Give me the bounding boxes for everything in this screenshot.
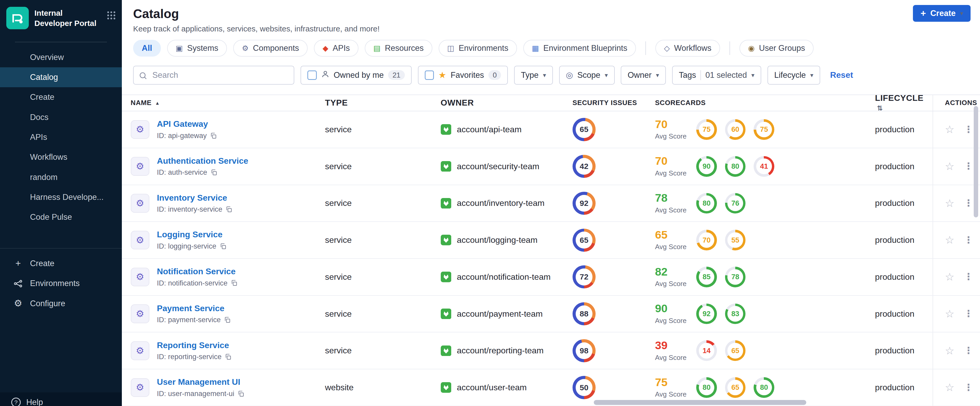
favorite-star-icon[interactable]: ☆ (945, 346, 955, 356)
scorecard-ring[interactable]: 85 (696, 266, 717, 287)
favorite-star-icon[interactable]: ☆ (945, 382, 955, 393)
search-input[interactable] (133, 66, 294, 85)
tab-components[interactable]: ⚙ Components (233, 40, 308, 57)
type-filter-dropdown[interactable]: Type ▾ (514, 66, 553, 85)
tab-apis[interactable]: ◆ APIs (314, 40, 358, 57)
owner-filter-dropdown[interactable]: Owner ▾ (621, 66, 666, 85)
sidebar-item-apis[interactable]: APIs (0, 127, 122, 147)
security-issues-donut[interactable]: 98 (573, 339, 596, 362)
scorecard-ring[interactable]: 75 (754, 119, 774, 140)
scorecard-ring[interactable]: 65 (725, 377, 746, 398)
copy-icon[interactable] (224, 354, 231, 360)
scorecard-ring[interactable]: 60 (725, 119, 746, 140)
scorecard-ring[interactable]: 83 (725, 304, 746, 324)
tags-filter-dropdown[interactable]: Tags 01 selected ▾ (672, 66, 761, 85)
sidebar-item-catalog[interactable]: Catalog (0, 67, 122, 87)
sidebar-help-button[interactable]: ? Help (0, 392, 122, 406)
favorite-star-icon[interactable]: ☆ (945, 272, 955, 282)
sidebar-environments-button[interactable]: Environments (0, 273, 122, 293)
more-actions-icon[interactable]: ⋮ (964, 162, 973, 171)
scorecard-ring[interactable]: 14 (696, 340, 717, 361)
sidebar-configure-button[interactable]: ⚙ Configure (0, 293, 122, 314)
column-header-owner[interactable]: OWNER (441, 98, 573, 108)
entity-name-link[interactable]: Authentication Service (157, 156, 248, 166)
tab-environment-blueprints[interactable]: ▦ Environment Blueprints (523, 40, 636, 57)
copy-icon[interactable] (237, 390, 244, 397)
scorecard-ring[interactable]: 80 (754, 377, 774, 398)
entity-name-link[interactable]: User Management UI (157, 377, 245, 387)
security-issues-donut[interactable]: 42 (573, 155, 596, 178)
table-row-reporting-service[interactable]: ⚙ Reporting Service ID: reporting-servic… (122, 332, 980, 370)
copy-icon[interactable] (210, 169, 217, 176)
favorite-star-icon[interactable]: ☆ (945, 309, 955, 319)
column-header-security[interactable]: SECURITY ISSUES (573, 99, 655, 107)
column-header-type[interactable]: TYPE (325, 98, 441, 108)
scorecard-ring[interactable]: 65 (725, 340, 746, 361)
lifecycle-filter-dropdown[interactable]: Lifecycle ▾ (767, 66, 820, 85)
more-actions-icon[interactable]: ⋮ (964, 198, 973, 208)
sidebar-create-button[interactable]: + Create (0, 254, 122, 273)
column-header-name[interactable]: NAME ▴ (131, 99, 325, 107)
more-actions-icon[interactable]: ⋮ (964, 235, 973, 245)
table-row-api-gateway[interactable]: ⚙ API Gateway ID: api-gateway service ac… (122, 111, 980, 148)
owned-by-me-filter[interactable]: Owned by me 21 (301, 66, 412, 85)
scorecard-ring[interactable]: 80 (696, 193, 717, 214)
tab-environments[interactable]: ◫ Environments (439, 40, 517, 57)
scorecard-ring[interactable]: 92 (696, 304, 717, 324)
table-row-authentication-service[interactable]: ⚙ Authentication Service ID: auth-servic… (122, 148, 980, 185)
scorecard-ring[interactable]: 78 (725, 266, 746, 287)
column-header-scorecards[interactable]: SCORECARDS (655, 99, 805, 107)
favorite-star-icon[interactable]: ☆ (945, 198, 955, 209)
security-issues-donut[interactable]: 50 (573, 376, 596, 399)
vertical-scrollbar-thumb[interactable] (974, 106, 978, 217)
tab-systems[interactable]: ▣ Systems (167, 40, 227, 57)
apps-grid-icon[interactable] (107, 11, 116, 22)
security-issues-donut[interactable]: 88 (573, 302, 596, 325)
table-row-inventory-service[interactable]: ⚙ Inventory Service ID: inventory-servic… (122, 185, 980, 222)
entity-name-link[interactable]: Payment Service (157, 304, 231, 313)
table-row-payment-service[interactable]: ⚙ Payment Service ID: payment-service se… (122, 296, 980, 333)
scope-filter-dropdown[interactable]: ◎ Scope ▾ (559, 66, 615, 85)
favorite-star-icon[interactable]: ☆ (945, 235, 955, 246)
tab-resources[interactable]: ▤ Resources (365, 40, 432, 57)
copy-icon[interactable] (210, 132, 217, 139)
more-actions-icon[interactable]: ⋮ (964, 272, 973, 282)
sidebar-item-workflows[interactable]: Workflows (0, 147, 122, 167)
favorite-star-icon[interactable]: ☆ (945, 161, 955, 172)
create-button[interactable]: + Create ▾ (913, 5, 970, 22)
scorecard-ring[interactable]: 55 (725, 230, 746, 251)
scorecard-ring[interactable]: 80 (725, 156, 746, 177)
column-header-lifecycle[interactable]: LIFECYCLE ⇅ (875, 93, 932, 113)
tab-user-groups[interactable]: ◉ User Groups (740, 40, 814, 57)
entity-name-link[interactable]: Reporting Service (157, 341, 232, 350)
entity-name-link[interactable]: Logging Service (157, 230, 226, 239)
more-actions-icon[interactable]: ⋮ (964, 383, 973, 392)
sidebar-item-code-pulse[interactable]: Code Pulse (0, 207, 122, 227)
favorites-filter[interactable]: ★ Favorites 0 (418, 66, 508, 85)
scorecard-ring[interactable]: 80 (696, 377, 717, 398)
copy-icon[interactable] (224, 316, 231, 323)
table-row-notification-service[interactable]: ⚙ Notification Service ID: notification-… (122, 259, 980, 296)
more-actions-icon[interactable]: ⋮ (964, 125, 973, 134)
security-issues-donut[interactable]: 65 (573, 229, 596, 252)
sidebar-item-random[interactable]: random (0, 167, 122, 187)
tab-workflows[interactable]: ◇ Workflows (655, 40, 720, 57)
favorite-star-icon[interactable]: ☆ (945, 124, 955, 135)
sidebar-item-harness-develope[interactable]: Harness Develope... (0, 187, 122, 207)
scorecard-ring[interactable]: 41 (754, 156, 774, 177)
table-row-logging-service[interactable]: ⚙ Logging Service ID: logging-service se… (122, 222, 980, 259)
favorites-checkbox[interactable] (425, 70, 434, 80)
sidebar-item-create[interactable]: Create (0, 87, 122, 107)
scorecard-ring[interactable]: 76 (725, 193, 746, 214)
owned-by-me-checkbox[interactable] (307, 70, 317, 80)
copy-icon[interactable] (225, 206, 232, 213)
horizontal-scrollbar-thumb[interactable] (594, 400, 806, 405)
security-issues-donut[interactable]: 72 (573, 265, 596, 289)
portal-logo-icon[interactable] (6, 7, 29, 32)
security-issues-donut[interactable]: 92 (573, 192, 596, 215)
more-actions-icon[interactable]: ⋮ (964, 309, 973, 319)
sidebar-item-overview[interactable]: Overview (0, 48, 122, 67)
security-issues-donut[interactable]: 65 (573, 118, 596, 141)
reset-filters-link[interactable]: Reset (830, 70, 853, 80)
copy-icon[interactable] (220, 243, 226, 250)
